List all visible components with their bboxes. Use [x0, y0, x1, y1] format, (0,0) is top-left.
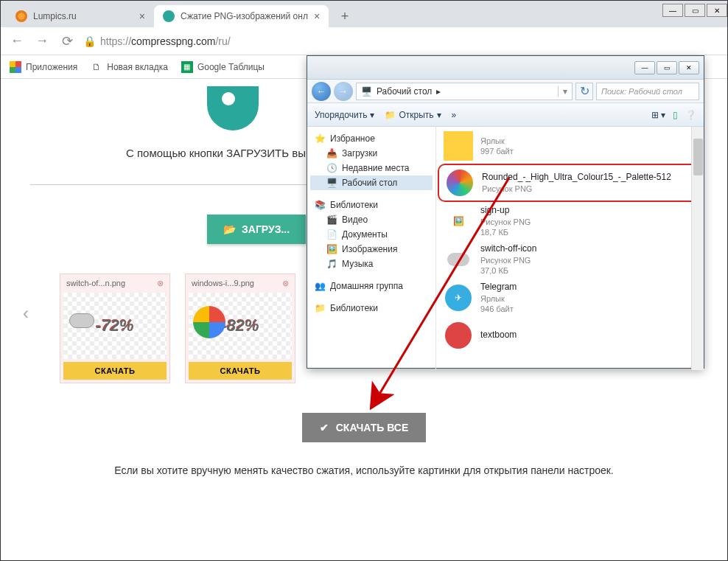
file-item[interactable]: switch-off-iconРисунок PNG37,0 КБ: [438, 240, 702, 279]
nav-label: Видео: [342, 215, 368, 225]
star-icon: ⭐: [315, 133, 326, 144]
nav-images[interactable]: 🖼️Изображения: [310, 242, 433, 257]
window-controls: — ▭ ✕: [662, 4, 727, 17]
tab-compresspng[interactable]: Сжатие PNG-изображений онл ×: [154, 5, 329, 27]
minimize-button[interactable]: —: [634, 61, 655, 74]
nav-video[interactable]: 🎬Видео: [310, 212, 433, 227]
reload-button[interactable]: ⟳: [58, 33, 76, 49]
windows-icon: [193, 306, 225, 338]
refresh-button[interactable]: ↻: [575, 83, 593, 100]
file-name: sign-up: [480, 205, 531, 217]
remove-icon[interactable]: ⊗: [157, 279, 164, 288]
chevron-down-icon[interactable]: ▾: [558, 86, 567, 97]
maximize-button[interactable]: ▭: [685, 4, 705, 17]
view-button[interactable]: ⊞ ▾: [651, 110, 665, 120]
organize-label: Упорядочить: [315, 110, 367, 120]
apps-button[interactable]: Приложения: [10, 61, 77, 73]
preview-pane-button[interactable]: ▯: [673, 110, 678, 120]
search-input[interactable]: Поиск: Рабочий стол: [596, 83, 699, 100]
thumbnail-card[interactable]: windows-i...9.png ⊗ -82% СКАЧАТЬ: [185, 273, 295, 383]
nav-libraries[interactable]: 📚Библиотеки: [310, 198, 433, 212]
close-icon[interactable]: ×: [139, 10, 145, 22]
help-button[interactable]: ❔: [685, 110, 696, 120]
file-item-highlighted[interactable]: Rounded_-_High_Ultra_Colour15_-_Palette-…: [438, 164, 702, 202]
nav-recent[interactable]: 🕓Недавние места: [310, 161, 433, 175]
recent-icon: 🕓: [326, 163, 337, 173]
thumbnail-card[interactable]: switch-of...n.png ⊗ -72% СКАЧАТЬ: [60, 273, 170, 383]
organize-menu[interactable]: Упорядочить ▾: [315, 110, 374, 120]
open-button[interactable]: 📁 Открыть ▾: [385, 110, 441, 120]
nav-label: Загрузки: [342, 148, 377, 158]
close-button[interactable]: ✕: [707, 4, 727, 17]
file-type: Рисунок PNG: [480, 217, 531, 227]
forward-button[interactable]: →: [33, 33, 51, 49]
minimize-button[interactable]: —: [662, 4, 683, 17]
file-name: Telegram: [480, 282, 517, 293]
nav-desktop[interactable]: 🖥️Рабочий стол: [310, 175, 433, 190]
bookmark-newtab[interactable]: 🗋Новая вкладка: [91, 61, 168, 73]
download-thumb-button[interactable]: СКАЧАТЬ: [189, 362, 292, 380]
nav-homegroup[interactable]: 👥Домашняя группа: [310, 279, 433, 293]
bookmark-label: Приложения: [26, 62, 77, 72]
back-button[interactable]: ←: [312, 82, 331, 101]
image-icon: 🖼️: [444, 206, 473, 236]
nav-music[interactable]: 🎵Музыка: [310, 257, 433, 271]
file-type: Рисунок PNG: [482, 184, 671, 194]
thumb-preview: -72%: [63, 293, 167, 359]
explorer-navbar: ← → 🖥️ Рабочий стол ▸ ▾ ↻ Поиск: Рабочий…: [307, 80, 704, 103]
document-icon: 📄: [326, 229, 337, 240]
forward-button[interactable]: →: [334, 82, 353, 101]
file-size: 946 байт: [480, 304, 517, 314]
palette-icon: [445, 168, 475, 198]
music-icon: 🎵: [326, 259, 337, 269]
nav-favorites[interactable]: ⭐Избранное: [310, 131, 433, 146]
folder-icon: 📥: [326, 148, 337, 158]
remove-icon[interactable]: ⊗: [282, 279, 289, 288]
download-thumb-button[interactable]: СКАЧАТЬ: [63, 362, 167, 380]
tab-label: Сжатие PNG-изображений онл: [181, 11, 308, 21]
tab-lumpics[interactable]: Lumpics.ru ×: [7, 5, 154, 27]
tab-strip: Lumpics.ru × Сжатие PNG-изображений онл …: [1, 1, 727, 27]
file-explorer-window: — ▭ ✕ ← → 🖥️ Рабочий стол ▸ ▾ ↻ Поиск: Р…: [307, 55, 704, 369]
path-box[interactable]: 🖥️ Рабочий стол ▸ ▾: [356, 83, 573, 100]
new-tab-button[interactable]: +: [335, 6, 355, 27]
explorer-titlebar[interactable]: — ▭ ✕: [307, 56, 704, 80]
close-button[interactable]: ✕: [679, 61, 699, 74]
file-size: 18,7 КБ: [480, 227, 531, 237]
file-item[interactable]: Ярлык997 байт: [438, 128, 702, 164]
nav-libraries2[interactable]: 📁Библиотеки: [310, 301, 433, 316]
app-icon: [444, 321, 473, 350]
download-all-button[interactable]: ✔ СКАЧАТЬ ВСЕ: [302, 413, 426, 442]
close-icon[interactable]: ×: [314, 10, 320, 22]
upload-button[interactable]: 📂 ЗАГРУЗ...: [207, 215, 306, 244]
switch-icon: [69, 313, 94, 328]
nav-documents[interactable]: 📄Документы: [310, 227, 433, 242]
nav-label: Домашняя группа: [330, 281, 403, 291]
footer-text: Если вы хотите вручную менять качество с…: [1, 457, 727, 484]
maximize-button[interactable]: ▭: [657, 61, 677, 74]
bookmark-sheets[interactable]: ▦Google Таблицы: [181, 61, 265, 73]
address-bar[interactable]: 🔒https://compresspng.com/ru/: [83, 35, 720, 47]
url-host: compresspng.com: [131, 35, 215, 47]
path-label: Рабочий стол: [377, 86, 432, 97]
prev-arrow[interactable]: ‹: [23, 303, 29, 324]
more-button[interactable]: »: [452, 110, 457, 120]
address-bar-row: ← → ⟳ 🔒https://compresspng.com/ru/: [1, 27, 727, 55]
file-item[interactable]: textboom: [438, 318, 702, 353]
thumb-header: switch-of...n.png ⊗: [63, 277, 167, 290]
explorer-toolbar: Упорядочить ▾ 📁 Открыть ▾ » ⊞ ▾ ▯ ❔: [307, 103, 704, 127]
file-size: 997 байт: [480, 146, 514, 156]
nav-downloads[interactable]: 📥Загрузки: [310, 146, 433, 161]
back-button[interactable]: ←: [8, 33, 26, 49]
search-placeholder: Поиск: Рабочий стол: [601, 87, 682, 96]
bookmark-label: Google Таблицы: [197, 62, 265, 72]
scrollbar[interactable]: [691, 127, 704, 370]
telegram-icon: ✈: [444, 283, 473, 313]
url-path: /ru/: [215, 35, 230, 47]
file-item[interactable]: 🖼️ sign-upРисунок PNG18,7 КБ: [438, 202, 702, 240]
file-name: switch-off-icon: [480, 243, 536, 255]
file-name: textboom: [480, 330, 517, 341]
tab-label: Lumpics.ru: [33, 11, 77, 21]
file-item[interactable]: ✈ TelegramЯрлык946 байт: [438, 279, 702, 317]
video-icon: 🎬: [326, 215, 337, 225]
